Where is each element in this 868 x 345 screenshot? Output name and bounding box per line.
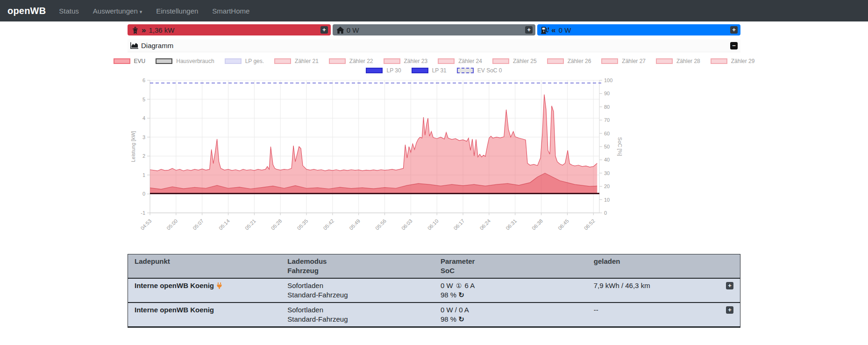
transmission-tower-icon bbox=[131, 26, 139, 34]
legend-item[interactable]: LP ges. bbox=[225, 58, 264, 64]
svg-text:80: 80 bbox=[604, 104, 610, 110]
legend-item[interactable]: Hausverbrauch bbox=[156, 58, 214, 64]
angle-double-left-icon: « bbox=[551, 26, 555, 34]
legend-label: Zähler 25 bbox=[513, 58, 537, 64]
svg-text:1: 1 bbox=[142, 172, 145, 178]
svg-text:3: 3 bbox=[142, 134, 145, 140]
legend-item[interactable]: Zähler 25 bbox=[492, 58, 537, 64]
refresh-soc-icon[interactable]: ↻ bbox=[458, 315, 464, 323]
legend-swatch bbox=[156, 58, 172, 64]
plus-square-button[interactable]: + bbox=[525, 26, 533, 34]
svg-text:4: 4 bbox=[142, 115, 145, 121]
legend-item[interactable]: LP 31 bbox=[412, 67, 447, 74]
plus-square-button[interactable]: + bbox=[730, 26, 738, 34]
status-bar[interactable]: 0 W + bbox=[333, 24, 536, 35]
legend-item[interactable]: EV SoC 0 bbox=[457, 67, 502, 74]
phase-count-icon: ① bbox=[456, 282, 462, 289]
svg-text:05:42: 05:42 bbox=[322, 218, 335, 231]
legend-label: Zähler 22 bbox=[349, 58, 373, 64]
legend-swatch bbox=[656, 58, 673, 64]
svg-text:05:56: 05:56 bbox=[374, 218, 387, 231]
legend-swatch bbox=[412, 68, 428, 73]
status-bar[interactable]: » 1,36 kW + bbox=[128, 24, 331, 35]
legend-item[interactable]: Zähler 22 bbox=[329, 58, 373, 64]
legend-item[interactable]: Zähler 26 bbox=[547, 58, 591, 64]
legend-item[interactable]: EVU bbox=[114, 58, 146, 64]
svg-text:40: 40 bbox=[604, 157, 610, 162]
chargepoint-table: Ladepunkt LademodusFahrzeug ParameterSoC… bbox=[128, 254, 740, 328]
table-row: Interne openWB Koenig Sofortladen Standa… bbox=[128, 303, 740, 327]
geladen-value: -- bbox=[594, 305, 598, 315]
refresh-soc-icon[interactable]: ↻ bbox=[458, 291, 464, 299]
plus-square-button[interactable]: + bbox=[726, 306, 733, 314]
svg-text:05:35: 05:35 bbox=[296, 218, 309, 231]
legend-swatch bbox=[457, 68, 474, 73]
legend-item[interactable]: Zähler 23 bbox=[384, 58, 428, 64]
parameter-value: 0 W ① 6 A bbox=[441, 281, 581, 290]
chargepoint-name: Interne openWB Koenig bbox=[135, 306, 214, 314]
header-lademodus-fahrzeug: LademodusFahrzeug bbox=[281, 254, 434, 279]
chargepoint-power-value: 0 W bbox=[559, 26, 730, 34]
evu-power-value: 1,36 kW bbox=[149, 26, 320, 34]
legend-label: Zähler 28 bbox=[676, 58, 700, 64]
legend-label: LP 30 bbox=[386, 67, 401, 74]
svg-text:50: 50 bbox=[604, 144, 610, 149]
soc-value: 98 %↻ bbox=[441, 290, 581, 300]
legend-label: EV SoC 0 bbox=[477, 67, 502, 74]
svg-text:20: 20 bbox=[604, 183, 610, 189]
nav-item-auswertungen[interactable]: Auswertungen▾ bbox=[93, 7, 142, 15]
svg-text:-1: -1 bbox=[141, 210, 145, 216]
brand-logo[interactable]: openWB bbox=[7, 6, 46, 16]
chargepoint-name: Interne openWB Koenig bbox=[135, 282, 214, 289]
plus-square-button[interactable]: + bbox=[320, 26, 328, 34]
legend-label: Hausverbrauch bbox=[176, 58, 214, 64]
svg-text:05:49: 05:49 bbox=[348, 218, 361, 231]
charging-station-icon bbox=[541, 26, 549, 34]
svg-text:Leistung [kW]: Leistung [kW] bbox=[130, 131, 136, 162]
svg-text:06:24: 06:24 bbox=[478, 218, 491, 231]
svg-text:05:00: 05:00 bbox=[165, 218, 178, 231]
chart-canvas: 6543210-1100908070605040302010004:5305:0… bbox=[128, 76, 740, 238]
svg-text:6: 6 bbox=[142, 77, 145, 83]
svg-text:06:38: 06:38 bbox=[531, 218, 544, 231]
legend-item[interactable]: LP 30 bbox=[366, 67, 401, 74]
house-icon bbox=[336, 26, 344, 34]
legend-item[interactable]: Zähler 21 bbox=[274, 58, 319, 64]
nav-item-einstellungen[interactable]: Einstellungen bbox=[156, 7, 198, 15]
legend-item[interactable]: Zähler 28 bbox=[656, 58, 700, 64]
legend-row-2: LP 30LP 31EV SoC 0 bbox=[366, 67, 502, 74]
svg-text:05:14: 05:14 bbox=[218, 218, 231, 231]
status-bars: » 1,36 kW + 0 W + « 0 W + bbox=[128, 24, 740, 35]
fahrzeug-value: Standard-Fahrzeug bbox=[287, 315, 427, 324]
plug-icon bbox=[216, 282, 222, 289]
nav-items: Status Auswertungen▾ Einstellungen Smart… bbox=[59, 7, 249, 15]
table-row: Interne openWB Koenig Sofortladen Standa… bbox=[128, 278, 740, 303]
legend-label: LP 31 bbox=[432, 67, 447, 74]
legend-label: Zähler 24 bbox=[458, 58, 482, 64]
svg-text:90: 90 bbox=[604, 91, 610, 96]
navbar: openWB Status Auswertungen▾ Einstellunge… bbox=[0, 0, 868, 21]
svg-text:05:21: 05:21 bbox=[244, 218, 257, 231]
header-ladepunkt: Ladepunkt bbox=[128, 254, 281, 279]
minus-square-button[interactable]: − bbox=[730, 42, 738, 49]
plus-square-button[interactable]: + bbox=[726, 282, 733, 289]
lademodus-value: Sofortladen bbox=[287, 305, 427, 315]
diagram-panel-title: Diagramm bbox=[141, 42, 730, 49]
svg-text:2: 2 bbox=[142, 153, 145, 159]
svg-text:30: 30 bbox=[604, 170, 610, 176]
legend-item[interactable]: Zähler 27 bbox=[601, 58, 646, 64]
legend-swatch bbox=[384, 58, 400, 64]
status-bar[interactable]: « 0 W + bbox=[537, 24, 740, 35]
svg-text:06:17: 06:17 bbox=[453, 218, 466, 231]
legend-item[interactable]: Zähler 24 bbox=[438, 58, 482, 64]
legend-row-1: EVUHausverbrauchLP ges.Zähler 21Zähler 2… bbox=[114, 58, 755, 64]
legend-item[interactable]: Zähler 29 bbox=[711, 58, 755, 64]
svg-text:06:45: 06:45 bbox=[557, 218, 570, 231]
power-chart: 6543210-1100908070605040302010004:5305:0… bbox=[128, 76, 740, 240]
legend-swatch bbox=[711, 58, 727, 64]
nav-item-smarthome[interactable]: SmartHome bbox=[212, 7, 249, 15]
nav-item-status[interactable]: Status bbox=[59, 7, 79, 15]
svg-text:5: 5 bbox=[142, 97, 145, 102]
legend-label: Zähler 21 bbox=[295, 58, 319, 64]
svg-text:70: 70 bbox=[604, 117, 610, 123]
